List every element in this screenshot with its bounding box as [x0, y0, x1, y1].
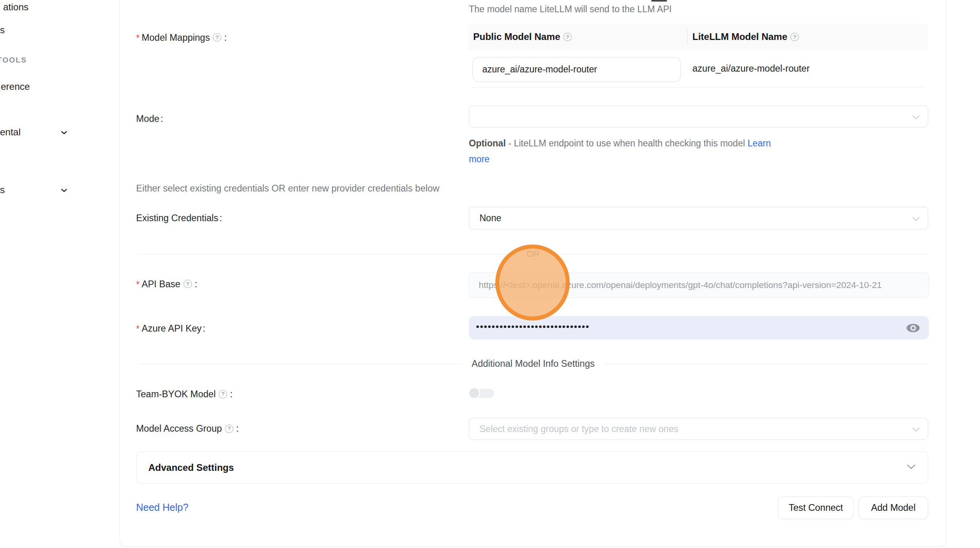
need-help-link[interactable]: Need Help? — [136, 502, 188, 513]
model-access-group-select[interactable]: Select existing groups or type to create… — [469, 418, 928, 440]
sidebar-item-experimental[interactable]: ental — [0, 127, 21, 138]
model-access-group-label: Model Access Group ? : — [136, 423, 239, 434]
sidebar-item-guardrails[interactable]: s — [0, 25, 5, 36]
mode-helper-text: Optional - LiteLLM endpoint to use when … — [469, 135, 791, 167]
toggle-knob — [468, 387, 480, 399]
credentials-note: Either select existing credentials OR en… — [136, 183, 440, 194]
help-question-icon[interactable]: ? — [563, 33, 572, 41]
sidebar-item-organizations[interactable]: ations — [3, 2, 28, 13]
additional-settings-divider: Additional Model Info Settings — [138, 358, 928, 370]
model-access-group-placeholder: Select existing groups or type to create… — [480, 424, 678, 434]
chevron-down-icon — [912, 213, 920, 224]
table-row: azure_ai/azure-model-router — [468, 50, 928, 87]
advanced-settings-panel[interactable]: Advanced Settings — [136, 451, 928, 484]
header-divider — [687, 29, 688, 44]
help-question-icon[interactable]: ? — [790, 33, 799, 41]
team-byok-toggle[interactable] — [468, 387, 494, 400]
test-connect-button[interactable]: Test Connect — [778, 497, 854, 519]
chevron-down-icon[interactable] — [59, 128, 69, 139]
optional-badge-text: Optional — [469, 138, 506, 148]
required-asterisk: * — [136, 323, 140, 335]
azure-api-key-input[interactable]: ••••••••••••••••••••••••••••• — [469, 316, 929, 339]
existing-credentials-value: None — [480, 213, 501, 224]
public-model-name-input[interactable] — [472, 57, 681, 82]
required-asterisk: * — [136, 279, 140, 290]
add-model-button[interactable]: Add Model — [859, 497, 928, 519]
add-model-form-screen: ations s TOOLS erence ental s The model … — [0, 0, 980, 548]
help-question-icon[interactable]: ? — [213, 33, 221, 42]
team-byok-label: Team-BYOK Model ? : — [136, 388, 233, 400]
api-base-input[interactable]: https://<test>.openai.azure.com/openai/d… — [469, 272, 929, 298]
chevron-down-icon — [906, 464, 916, 471]
column-header-public-model-name: Public Model Name ? — [468, 31, 687, 42]
sidebar-section-tools: TOOLS — [0, 56, 27, 64]
chevron-down-icon[interactable] — [59, 186, 69, 197]
advanced-settings-title: Advanced Settings — [148, 462, 234, 473]
litellm-model-name-helper: The model name LiteLLM will send to the … — [469, 4, 672, 15]
cropped-element-fragment — [651, 0, 667, 2]
help-question-icon[interactable]: ? — [184, 280, 192, 288]
or-divider: OR — [138, 248, 928, 260]
model-mappings-table: Public Model Name ? LiteLLM Model Name ?… — [468, 24, 928, 87]
eye-icon[interactable] — [906, 322, 920, 334]
model-mappings-label: * Model Mappings ? : — [136, 31, 227, 44]
chevron-down-icon — [912, 424, 920, 434]
existing-credentials-select[interactable]: None — [469, 207, 928, 229]
api-base-label: * API Base ? : — [136, 277, 197, 290]
required-asterisk: * — [136, 32, 140, 44]
azure-api-key-label: * Azure API Key : — [136, 322, 205, 335]
litellm-model-name-value: azure_ai/azure-model-router — [692, 50, 810, 87]
mode-select[interactable] — [469, 106, 928, 127]
sidebar-item-settings[interactable]: s — [0, 184, 5, 195]
help-question-icon[interactable]: ? — [225, 425, 233, 433]
sidebar-item-api-reference[interactable]: erence — [1, 81, 30, 92]
table-header-row: Public Model Name ? LiteLLM Model Name ? — [468, 24, 928, 50]
column-header-litellm-model-name: LiteLLM Model Name ? — [687, 31, 800, 42]
chevron-down-icon — [912, 111, 920, 122]
help-question-icon[interactable]: ? — [219, 390, 227, 398]
existing-credentials-label: Existing Credentials: — [136, 212, 222, 224]
masked-key-value: ••••••••••••••••••••••••••••• — [476, 321, 590, 332]
mode-label: Mode: — [136, 113, 163, 125]
